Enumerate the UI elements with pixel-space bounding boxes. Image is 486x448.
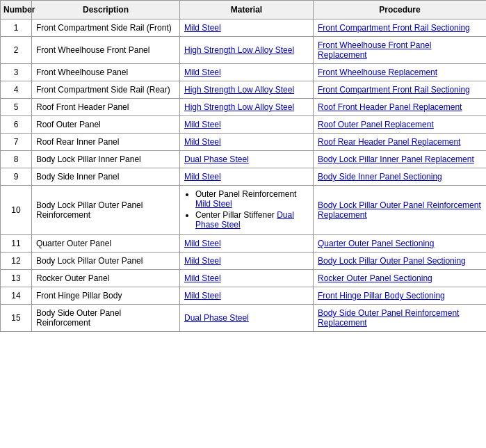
header-description: Description: [32, 1, 180, 19]
cell-material: High Strength Low Alloy Steel: [180, 37, 314, 64]
cell-number: 5: [1, 99, 32, 116]
cell-description: Body Lock Pillar Outer Panel: [32, 253, 180, 270]
material-link[interactable]: Mild Steel: [184, 67, 221, 77]
material-link[interactable]: Mild Steel: [184, 120, 221, 129]
cell-description: Roof Rear Inner Panel: [32, 134, 180, 151]
table-row: 5Roof Front Header PanelHigh Strength Lo…: [1, 99, 487, 116]
cell-number: 1: [1, 19, 32, 37]
cell-material: Dual Phase Steel: [180, 151, 314, 168]
procedure-link[interactable]: Quarter Outer Panel Sectioning: [318, 239, 434, 248]
material-link[interactable]: High Strength Low Alloy Steel: [184, 85, 294, 95]
cell-description: Roof Front Header Panel: [32, 99, 180, 116]
cell-number: 3: [1, 64, 32, 81]
cell-material: Mild Steel: [180, 253, 314, 270]
material-link[interactable]: Dual Phase Steel: [184, 154, 249, 164]
cell-number: 13: [1, 270, 32, 287]
procedure-link[interactable]: Front Compartment Front Rail Sectioning: [318, 23, 470, 33]
cell-description: Front Wheelhouse Panel: [32, 64, 180, 81]
list-item: Outer Panel Reinforcement Mild Steel: [195, 189, 309, 209]
header-number: Number: [1, 1, 32, 19]
material-link[interactable]: Mild Steel: [184, 256, 221, 266]
cell-material: Mild Steel: [180, 168, 314, 186]
table-row: 12Body Lock Pillar Outer PanelMild Steel…: [1, 253, 487, 270]
table-row: 15Body Side Outer Panel ReinforcementDua…: [1, 305, 487, 332]
material-link[interactable]: Dual Phase Steel: [184, 313, 249, 323]
cell-material: Mild Steel: [180, 287, 314, 305]
table-row: 2Front Wheelhouse Front PanelHigh Streng…: [1, 37, 487, 64]
table-row: 10Body Lock Pillar Outer Panel Reinforce…: [1, 186, 487, 235]
cell-description: Rocker Outer Panel: [32, 270, 180, 287]
table-row: 8Body Lock Pillar Inner PanelDual Phase …: [1, 151, 487, 168]
header-material: Material: [180, 1, 314, 19]
cell-number: 7: [1, 134, 32, 151]
procedure-link[interactable]: Front Wheelhouse Replacement: [318, 67, 437, 77]
cell-procedure: Body Side Inner Panel Sectioning: [314, 168, 487, 186]
material-link[interactable]: Mild Steel: [184, 291, 221, 301]
cell-procedure: Front Wheelhouse Front Panel Replacement: [314, 37, 487, 64]
procedure-link[interactable]: Roof Outer Panel Replacement: [318, 120, 434, 129]
material-link[interactable]: Mild Steel: [184, 23, 221, 33]
procedure-link[interactable]: Front Compartment Front Rail Sectioning: [318, 85, 470, 95]
parts-table: Number Description Material Procedure 1F…: [0, 0, 486, 332]
cell-procedure: Rocker Outer Panel Sectioning: [314, 270, 487, 287]
cell-procedure: Front Compartment Front Rail Sectioning: [314, 81, 487, 99]
cell-material: Mild Steel: [180, 235, 314, 253]
procedure-link[interactable]: Body Side Inner Panel Sectioning: [318, 172, 442, 182]
cell-material: High Strength Low Alloy Steel: [180, 81, 314, 99]
table-row: 4Front Compartment Side Rail (Rear)High …: [1, 81, 487, 99]
table-row: 9Body Side Inner PanelMild SteelBody Sid…: [1, 168, 487, 186]
cell-description: Body Lock Pillar Outer Panel Reinforceme…: [32, 186, 180, 235]
cell-procedure: Roof Outer Panel Replacement: [314, 116, 487, 134]
procedure-link[interactable]: Front Wheelhouse Front Panel Replacement: [318, 40, 431, 60]
cell-description: Body Side Outer Panel Reinforcement: [32, 305, 180, 332]
cell-material: High Strength Low Alloy Steel: [180, 99, 314, 116]
cell-material: Mild Steel: [180, 64, 314, 81]
cell-material: Mild Steel: [180, 134, 314, 151]
procedure-link[interactable]: Front Hinge Pillar Body Sectioning: [318, 291, 445, 301]
cell-material: Dual Phase Steel: [180, 305, 314, 332]
cell-description: Front Compartment Side Rail (Rear): [32, 81, 180, 99]
cell-number: 12: [1, 253, 32, 270]
procedure-link[interactable]: Body Lock Pillar Outer Panel Sectioning: [318, 256, 466, 266]
table-row: 13Rocker Outer PanelMild SteelRocker Out…: [1, 270, 487, 287]
cell-material: Mild Steel: [180, 19, 314, 37]
cell-number: 9: [1, 168, 32, 186]
cell-description: Roof Outer Panel: [32, 116, 180, 134]
procedure-link[interactable]: Rocker Outer Panel Sectioning: [318, 273, 432, 283]
cell-description: Body Lock Pillar Inner Panel: [32, 151, 180, 168]
procedure-link[interactable]: Body Side Outer Panel Reinforcement Repl…: [318, 308, 459, 328]
cell-procedure: Body Lock Pillar Inner Panel Replacement: [314, 151, 487, 168]
procedure-link[interactable]: Body Lock Pillar Inner Panel Replacement: [318, 154, 474, 164]
cell-procedure: Roof Rear Header Panel Replacement: [314, 134, 487, 151]
procedure-link[interactable]: Body Lock Pillar Outer Panel Reinforceme…: [318, 200, 481, 220]
cell-procedure: Body Lock Pillar Outer Panel Reinforceme…: [314, 186, 487, 235]
cell-procedure: Front Wheelhouse Replacement: [314, 64, 487, 81]
cell-material: Mild Steel: [180, 270, 314, 287]
cell-number: 14: [1, 287, 32, 305]
cell-number: 8: [1, 151, 32, 168]
material-link[interactable]: Mild Steel: [184, 172, 221, 182]
material-link[interactable]: High Strength Low Alloy Steel: [184, 45, 294, 55]
list-item: Center Pillar Stiffener Dual Phase Steel: [195, 210, 309, 230]
cell-procedure: Front Hinge Pillar Body Sectioning: [314, 287, 487, 305]
procedure-link[interactable]: Roof Front Header Panel Replacement: [318, 102, 462, 112]
cell-procedure: Roof Front Header Panel Replacement: [314, 99, 487, 116]
procedure-link[interactable]: Roof Rear Header Panel Replacement: [318, 137, 460, 147]
table-row: 11Quarter Outer PanelMild SteelQuarter O…: [1, 235, 487, 253]
cell-procedure: Front Compartment Front Rail Sectioning: [314, 19, 487, 37]
cell-procedure: Body Lock Pillar Outer Panel Sectioning: [314, 253, 487, 270]
cell-number: 15: [1, 305, 32, 332]
material-link[interactable]: Mild Steel: [195, 199, 232, 209]
material-link[interactable]: Mild Steel: [184, 137, 221, 147]
header-procedure: Procedure: [314, 1, 487, 19]
material-link[interactable]: Mild Steel: [184, 273, 221, 283]
cell-description: Front Compartment Side Rail (Front): [32, 19, 180, 37]
material-link[interactable]: High Strength Low Alloy Steel: [184, 102, 294, 112]
material-link[interactable]: Mild Steel: [184, 239, 221, 248]
cell-description: Front Wheelhouse Front Panel: [32, 37, 180, 64]
cell-description: Body Side Inner Panel: [32, 168, 180, 186]
cell-number: 10: [1, 186, 32, 235]
cell-material: Mild Steel: [180, 116, 314, 134]
cell-description: Quarter Outer Panel: [32, 235, 180, 253]
table-row: 7Roof Rear Inner PanelMild SteelRoof Rea…: [1, 134, 487, 151]
